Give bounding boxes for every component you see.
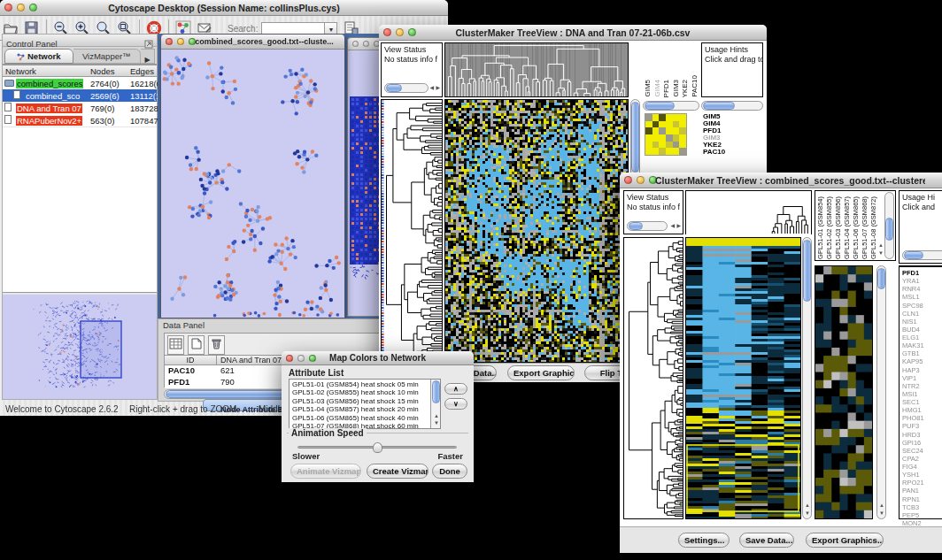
tv2-zoom-vscroll[interactable]: ▲ ▼ xyxy=(876,265,886,519)
scroll-down-icon[interactable]: ▼ xyxy=(434,419,439,427)
tv2-zoom-heatmap[interactable] xyxy=(815,265,873,519)
gene-label[interactable]: PEP5 xyxy=(902,511,942,519)
export-graphics-button[interactable]: Export Graphics... xyxy=(806,533,884,548)
scroll-thumb[interactable] xyxy=(877,268,885,289)
tv1-hints-hscroll[interactable] xyxy=(701,101,763,111)
gene-label[interactable]: FIG4 xyxy=(902,463,942,471)
float-panel-icon[interactable] xyxy=(144,36,153,52)
minimize-icon[interactable] xyxy=(17,4,25,12)
gene-label[interactable]: GTB1 xyxy=(902,349,942,357)
attribute-listbox[interactable]: GPL51-01 (GSM854) heat shock 05 minGPL51… xyxy=(289,379,441,429)
gene-label[interactable]: PHO81 xyxy=(902,414,942,422)
animate-vizmap-button[interactable]: Animate Vizmap xyxy=(290,464,361,479)
scroll-thumb[interactable] xyxy=(386,84,402,92)
scroll-thumb[interactable] xyxy=(432,380,440,403)
scroll-up-icon[interactable]: ▲ xyxy=(805,502,810,510)
attribute-list-vscroll[interactable]: ▲ ▼ xyxy=(430,380,440,428)
slider-thumb[interactable] xyxy=(373,442,382,453)
gene-label[interactable]: RNR4 xyxy=(902,285,942,293)
gene-label[interactable]: KAP95 xyxy=(902,357,942,365)
close-icon[interactable] xyxy=(286,355,293,362)
gene-label[interactable]: HMG1 xyxy=(902,406,942,414)
tv1-row-dendrogram[interactable] xyxy=(381,99,443,363)
tv1-similarity-matrix[interactable] xyxy=(645,113,687,156)
scroll-thumb[interactable] xyxy=(629,222,643,230)
scroll-thumb[interactable] xyxy=(885,218,893,241)
gene-label[interactable]: SPC98 xyxy=(902,302,942,310)
gene-label[interactable]: BUD4 xyxy=(902,326,942,334)
gene-label[interactable]: RPN1 xyxy=(902,495,942,503)
tv2-labels-vscroll[interactable] xyxy=(884,192,894,259)
tv2-row-dendrogram[interactable] xyxy=(623,237,683,519)
gene-label[interactable]: MSI1 xyxy=(902,390,942,398)
done-button[interactable]: Done xyxy=(432,464,467,479)
move-up-button[interactable]: ∧ xyxy=(444,383,467,395)
tv2-status-hscroll[interactable] xyxy=(627,221,668,231)
attribute-list-item[interactable]: GPL51-03 (GSM856) heat shock 15 min xyxy=(292,397,440,405)
data-table-icon[interactable] xyxy=(167,335,184,355)
scroll-thumb[interactable] xyxy=(645,102,675,110)
main-title-bar[interactable]: Cytoscape Desktop (Session Name: collins… xyxy=(0,0,448,16)
tv2-heatmap[interactable] xyxy=(685,237,801,519)
gene-label[interactable]: NIS1 xyxy=(902,318,942,326)
save-data-button[interactable]: Save Data... xyxy=(739,533,794,548)
network-list-row[interactable]: combined_sco2569(6)13112(15) xyxy=(3,89,157,102)
scroll-right-icon[interactable]: ▶ xyxy=(676,222,681,230)
gene-label[interactable]: HAP3 xyxy=(902,366,942,374)
network-view-window[interactable]: combined_scores_good.txt--cluste... xyxy=(160,34,345,318)
tv2-heatmap-vscroll[interactable]: ▲ ▼ xyxy=(802,237,812,519)
network-list-row[interactable]: combined_scores2764(0)16218(0) xyxy=(3,77,157,89)
create-vizmap-button[interactable]: Create Vizmap xyxy=(367,464,429,479)
attribute-list-item[interactable]: GPL51-02 (GSM855) heat shock 10 min xyxy=(292,388,440,396)
gene-label[interactable]: MSL1 xyxy=(902,293,942,301)
scroll-right-icon[interactable]: ▶ xyxy=(436,84,440,92)
close-icon[interactable] xyxy=(4,4,12,12)
delete-attribute-icon[interactable] xyxy=(208,335,225,355)
scroll-thumb[interactable] xyxy=(631,102,639,173)
scroll-thumb[interactable] xyxy=(703,102,735,110)
attribute-list-item[interactable]: GPL51-04 (GSM857) heat shock 20 min xyxy=(292,405,440,413)
gene-label[interactable]: HRD3 xyxy=(902,431,942,439)
tv2-column-dendrogram[interactable] xyxy=(685,190,812,234)
scroll-down-icon[interactable]: ▼ xyxy=(805,510,810,518)
scroll-left-icon[interactable]: ◀ xyxy=(670,222,675,230)
new-attribute-icon[interactable] xyxy=(188,335,205,355)
attribute-list-item[interactable]: GPL51-06 (GSM865) heat shock 40 min xyxy=(292,414,440,422)
gene-label[interactable]: ELG1 xyxy=(902,334,942,341)
tv1-column-dendrogram[interactable] xyxy=(444,42,629,97)
gene-label[interactable]: MAK31 xyxy=(902,341,942,349)
gene-label[interactable]: CLN1 xyxy=(902,310,942,318)
export-graphics-button[interactable]: Export Graphics... xyxy=(507,365,575,380)
close-icon[interactable] xyxy=(166,38,173,45)
tv2-hints-hscroll[interactable] xyxy=(902,250,942,260)
data-col-id[interactable]: ID xyxy=(165,356,216,364)
scroll-thumb[interactable] xyxy=(904,251,923,259)
treeview1-title-bar[interactable]: ClusterMaker TreeView : DNA and Tran 07-… xyxy=(379,25,767,41)
gene-label[interactable]: NTR2 xyxy=(902,382,942,390)
minimize-icon[interactable] xyxy=(637,176,645,184)
gene-label[interactable]: VIP1 xyxy=(902,374,942,382)
col-header-network[interactable]: Network xyxy=(3,65,90,76)
gene-label[interactable]: SEC24 xyxy=(902,447,942,455)
gene-label[interactable]: PUF3 xyxy=(902,422,942,430)
gene-label[interactable]: YSH1 xyxy=(902,471,942,479)
scroll-up-icon[interactable]: ▲ xyxy=(879,502,884,510)
minimize-icon[interactable] xyxy=(396,28,404,36)
gene-label[interactable]: GPI16 xyxy=(902,439,942,447)
close-icon[interactable] xyxy=(624,176,632,184)
minimize-icon[interactable] xyxy=(177,38,184,45)
minimize-icon[interactable] xyxy=(363,41,369,47)
network-list-row[interactable]: RNAPuberNov2+563(0)107847(0) xyxy=(3,114,157,127)
gene-label[interactable]: PAN1 xyxy=(902,487,942,495)
tab-vizmapper[interactable]: VizMapper™ xyxy=(73,49,142,64)
dialog-title-bar[interactable]: Map Colors to Network xyxy=(282,351,474,365)
speed-slider[interactable] xyxy=(297,446,457,449)
tv1-status-hscroll[interactable] xyxy=(384,83,429,93)
tab-network[interactable]: Network xyxy=(4,49,73,64)
scroll-left-icon[interactable]: ◀ xyxy=(429,84,434,92)
close-icon[interactable] xyxy=(352,41,359,47)
gene-label[interactable]: PFD1 xyxy=(902,269,942,277)
close-icon[interactable] xyxy=(383,28,391,36)
birdseye-view[interactable] xyxy=(3,295,157,399)
network-canvas-dense[interactable] xyxy=(348,50,382,316)
